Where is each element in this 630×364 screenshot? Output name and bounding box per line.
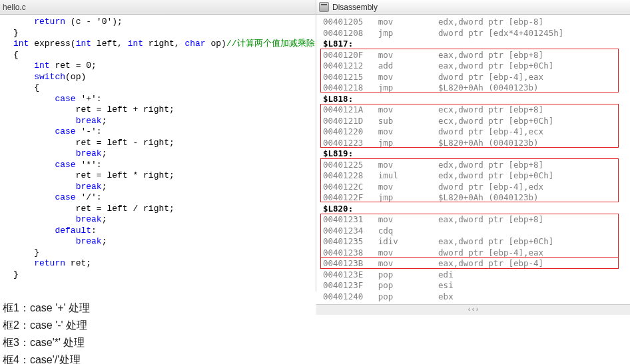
asm-row: 00401212 add eax,dword ptr [ebp+0Ch] [323, 61, 629, 72]
source-tab-label: hello.c [3, 3, 26, 12]
source-pane: hello.c return (c - '0'); } int express(… [0, 0, 316, 291]
asm-row: 0040121A mov ecx,dword ptr [ebp+8] [323, 104, 629, 116]
annotation-line: 框2：case '-' 处理 [3, 317, 630, 334]
asm-label: $L817: [323, 39, 629, 50]
asm-row: 0040122F jmp $L820+0Ah (0040123b) [323, 192, 629, 204]
asm-row: 00401218 jmp $L820+0Ah (0040123b) [323, 83, 629, 94]
asm-row: 0040122C mov dword ptr [ebp-4],edx [323, 182, 629, 193]
asm-row: 0040121D sub ecx,dword ptr [ebp+0Ch] [323, 116, 629, 127]
asm-label: $L820: [323, 204, 629, 215]
asm-row: 00401231 mov eax,dword ptr [ebp+8] [323, 214, 629, 226]
disassembly-tab[interactable]: Disassembly [316, 0, 630, 15]
disassembly-area[interactable]: 00401205 mov edx,dword ptr [ebp-8] 00401… [316, 15, 630, 304]
asm-label: $L819: [323, 148, 629, 160]
asm-row: 0040123F pop esi [323, 280, 629, 291]
asm-row: 0040123B mov eax,dword ptr [ebp-4] [323, 258, 629, 270]
asm-row: 00401220 mov dword ptr [ebp-4],ecx [323, 126, 629, 138]
asm-row: 00401240 pop ebx [323, 291, 629, 303]
disassembly-tab-label: Disassembly [332, 3, 378, 12]
asm-row: 0040120F mov eax,dword ptr [ebp+8] [323, 50, 629, 61]
annotation-line: 框4：case'/'处理 [3, 351, 630, 364]
source-tab[interactable]: hello.c [0, 0, 316, 15]
disassembly-icon [319, 2, 329, 12]
asm-row: 0040123E pop edi [323, 270, 629, 281]
asm-row: 00401208 jmp dword ptr [edx*4+401245h] [323, 28, 629, 39]
annotation-line: 框3：case'*' 处理 [3, 334, 630, 351]
asm-row: 00401215 mov dword ptr [ebp-4],eax [323, 72, 629, 83]
disassembly-pane: Disassembly 00401205 mov edx,dword ptr [… [316, 0, 630, 291]
asm-row: 00401234 cdq [323, 226, 629, 237]
asm-label: $L818: [323, 94, 629, 105]
asm-row: 00401235 idiv eax,dword ptr [ebp+0Ch] [323, 236, 629, 248]
horizontal-scrollbar[interactable]: ‹‹› [316, 304, 630, 315]
asm-row: 00401223 jmp $L820+0Ah (0040123b) [323, 138, 629, 149]
asm-row: 00401205 mov edx,dword ptr [ebp-8] [323, 17, 629, 28]
asm-row: 00401228 imul edx,dword ptr [ebp+0Ch] [323, 170, 629, 182]
asm-row: 00401238 mov dword ptr [ebp-4],eax [323, 248, 629, 259]
asm-row: 00401225 mov edx,dword ptr [ebp+8] [323, 160, 629, 171]
source-code-area[interactable]: return (c - '0'); } int express(int left… [0, 15, 316, 282]
